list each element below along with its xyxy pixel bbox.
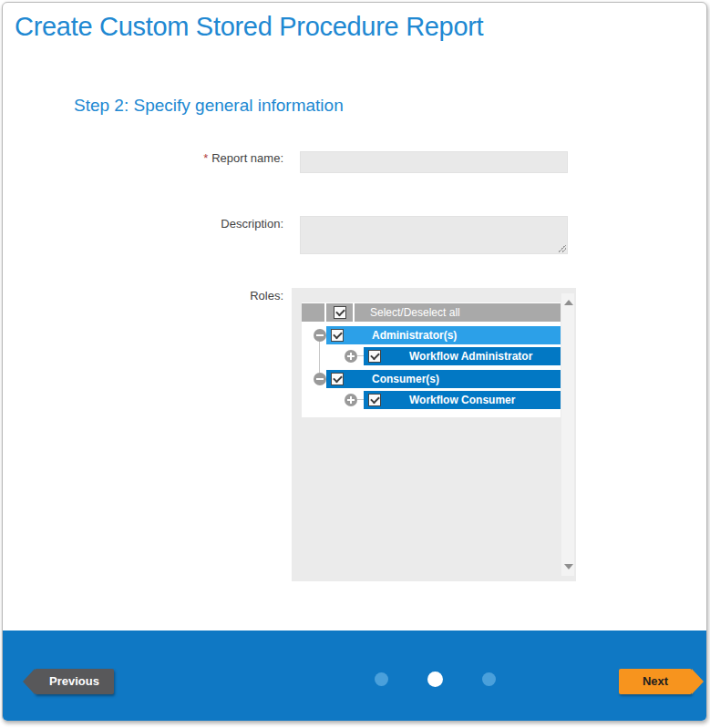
tree-row-label: Administrator(s)	[372, 326, 457, 344]
tree-connector-stub	[357, 399, 364, 400]
roles-label: Roles:	[133, 289, 283, 302]
wizard-page: Create Custom Stored Procedure Report St…	[2, 2, 707, 722]
tree-header-label: Select/Deselect all	[355, 303, 561, 322]
row-checkbox[interactable]	[368, 350, 381, 363]
row-checkbox[interactable]	[331, 329, 344, 342]
tree-connector-line	[319, 342, 320, 373]
collapse-icon[interactable]	[314, 373, 326, 385]
report-name-label: *Report name:	[133, 151, 283, 165]
tree-connector-stub	[357, 355, 364, 356]
tree-row-workflow-consumer[interactable]: Workflow Consumer	[364, 391, 561, 409]
description-label: Description:	[133, 217, 283, 231]
step-indicator	[375, 671, 496, 687]
roles-listbox: Select/Deselect all Administrator(s) Wor…	[292, 288, 576, 581]
row-checkbox[interactable]	[368, 394, 381, 406]
tree-row-administrators[interactable]: Administrator(s)	[326, 326, 561, 344]
step-dot-1	[375, 672, 388, 686]
tree-header-spacer	[302, 303, 324, 322]
tree-row-label: Consumer(s)	[372, 370, 439, 388]
step-dot-2-active	[427, 672, 443, 687]
report-name-label-text: Report name:	[211, 151, 283, 165]
tree-header-row: Select/Deselect all	[302, 303, 561, 322]
expand-icon[interactable]	[345, 394, 357, 406]
tree-row-consumers[interactable]: Consumer(s)	[326, 370, 561, 388]
description-label-text: Description:	[221, 217, 283, 231]
roles-label-text: Roles:	[250, 289, 283, 302]
scroll-up-icon[interactable]	[564, 300, 573, 305]
select-all-checkbox[interactable]	[334, 306, 346, 319]
roles-tree: Select/Deselect all Administrator(s) Wor…	[302, 302, 561, 417]
required-marker: *	[203, 151, 208, 165]
description-textarea[interactable]	[300, 216, 568, 254]
scroll-down-icon[interactable]	[564, 564, 573, 569]
wizard-footer: Previous Next	[3, 631, 706, 721]
tree-row-label: Workflow Administrator	[409, 347, 532, 365]
collapse-icon[interactable]	[314, 329, 326, 342]
tree-row-label: Workflow Consumer	[409, 391, 515, 409]
step-heading: Step 2: Specify general information	[74, 96, 344, 116]
roles-scrollbar[interactable]	[561, 292, 575, 577]
previous-button[interactable]: Previous	[35, 669, 114, 694]
expand-icon[interactable]	[345, 350, 357, 363]
step-dot-3	[482, 672, 496, 686]
tree-row-workflow-administrator[interactable]: Workflow Administrator	[364, 347, 561, 365]
resize-handle-icon[interactable]	[557, 243, 566, 252]
report-name-input[interactable]	[300, 151, 568, 173]
page-title: Create Custom Stored Procedure Report	[15, 12, 483, 42]
row-checkbox[interactable]	[331, 373, 344, 385]
wizard-dialog: Create Custom Stored Procedure Report St…	[0, 0, 710, 728]
next-button[interactable]: Next	[619, 669, 692, 694]
tree-header-checkbox-cell	[326, 303, 353, 322]
